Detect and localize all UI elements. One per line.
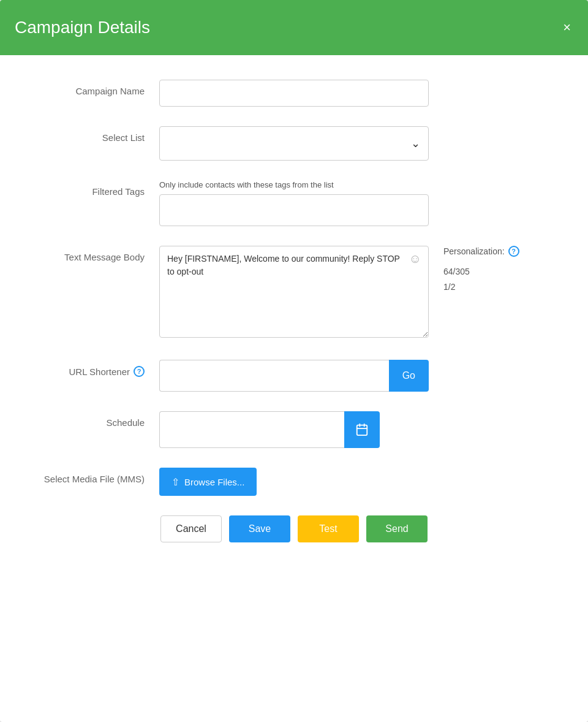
select-list-control: ⌄ — [159, 126, 429, 161]
filtered-tags-input[interactable] — [159, 194, 429, 226]
text-message-wrapper: Hey [FIRSTNAME], Welcome to our communit… — [159, 246, 429, 340]
test-button[interactable]: Test — [298, 515, 359, 542]
personalization-panel: Personalization: ? 64/305 1/2 — [443, 246, 529, 295]
select-list-dropdown[interactable] — [159, 126, 429, 161]
text-message-row: Text Message Body Hey [FIRSTNAME], Welco… — [37, 246, 551, 340]
filtered-tags-section: Only include contacts with these tags fr… — [159, 180, 429, 226]
cancel-button[interactable]: Cancel — [160, 515, 222, 542]
personalization-help-icon[interactable]: ? — [508, 246, 519, 257]
url-shortener-row: URL Shortener ? Go — [37, 360, 551, 392]
text-message-label: Text Message Body — [37, 246, 159, 262]
char-count: 64/305 1/2 — [443, 264, 529, 295]
save-button[interactable]: Save — [229, 515, 290, 542]
svg-rect-0 — [357, 425, 368, 436]
url-shortener-help-icon[interactable]: ? — [134, 366, 145, 377]
dialog-header: Campaign Details × — [0, 0, 588, 55]
personalization-label: Personalization: ? — [443, 246, 529, 257]
filtered-tags-label: Filtered Tags — [37, 180, 159, 197]
calendar-icon — [355, 423, 369, 436]
select-media-file-row: Select Media File (MMS) ⇧ Browse Files..… — [37, 468, 551, 496]
schedule-label: Schedule — [37, 411, 159, 428]
text-message-section: Hey [FIRSTNAME], Welcome to our communit… — [159, 246, 429, 340]
campaign-name-control — [159, 80, 429, 107]
calendar-button[interactable] — [344, 411, 380, 448]
upload-icon: ⇧ — [172, 476, 179, 488]
campaign-name-input[interactable] — [159, 80, 429, 107]
select-list-wrapper: ⌄ — [159, 126, 429, 161]
emoji-icon[interactable]: ☺ — [409, 252, 421, 266]
browse-files-button[interactable]: ⇧ Browse Files... — [159, 468, 257, 496]
schedule-row: Schedule — [37, 411, 551, 448]
select-list-row: Select List ⌄ — [37, 126, 551, 161]
send-button[interactable]: Send — [366, 515, 428, 542]
close-button[interactable]: × — [560, 18, 573, 37]
select-media-file-label: Select Media File (MMS) — [37, 468, 159, 484]
filtered-tags-row: Filtered Tags Only include contacts with… — [37, 180, 551, 226]
campaign-name-label: Campaign Name — [37, 80, 159, 96]
text-message-textarea[interactable]: Hey [FIRSTNAME], Welcome to our communit… — [159, 246, 429, 338]
filtered-tags-note: Only include contacts with these tags fr… — [159, 180, 429, 189]
go-button[interactable]: Go — [389, 360, 429, 392]
dialog-body: Campaign Name Select List ⌄ Filtered Tag… — [0, 55, 588, 591]
form-actions: Cancel Save Test Send — [37, 515, 551, 567]
schedule-control — [159, 411, 380, 448]
url-shortener-input[interactable] — [159, 360, 389, 392]
url-shortener-control: Go — [159, 360, 429, 392]
schedule-input[interactable] — [159, 411, 344, 448]
campaign-name-row: Campaign Name — [37, 80, 551, 107]
campaign-details-dialog: Campaign Details × Campaign Name Select … — [0, 0, 588, 722]
select-media-file-control: ⇧ Browse Files... — [159, 468, 257, 496]
dialog-title: Campaign Details — [15, 18, 150, 37]
url-shortener-label: URL Shortener — [69, 367, 130, 377]
select-list-label: Select List — [37, 126, 159, 143]
url-shortener-label-wrapper: URL Shortener ? — [37, 360, 159, 377]
